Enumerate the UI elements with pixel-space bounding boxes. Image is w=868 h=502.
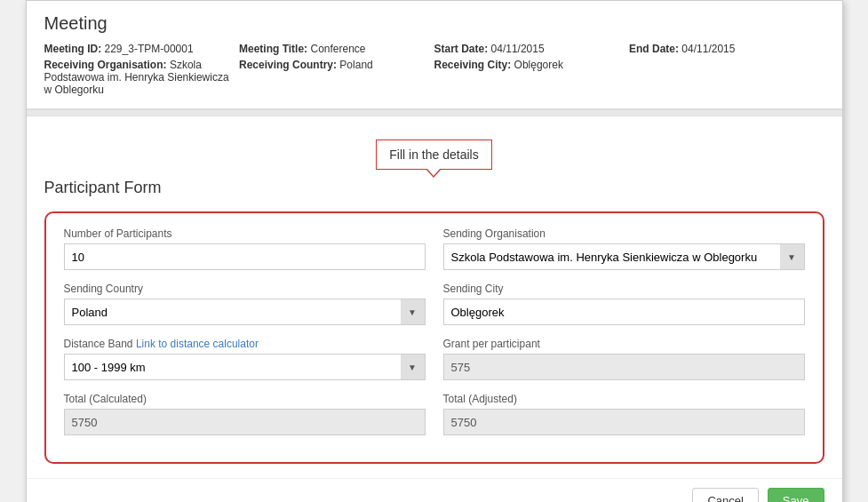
meeting-info-col-2: Meeting Title: Conference Receiving Coun…	[239, 43, 434, 100]
meeting-title-value: Conference	[310, 43, 365, 55]
modal-footer: Cancel Save	[27, 478, 842, 502]
grant-per-participant-label: Grant per participant	[443, 338, 805, 350]
sending-country-select-wrapper: Poland ▼	[64, 299, 426, 325]
grant-per-participant-group: Grant per participant	[443, 338, 805, 380]
distance-band-select[interactable]: 100 - 1999 km	[64, 354, 426, 380]
sending-city-input[interactable]	[443, 299, 805, 325]
grant-per-participant-input[interactable]	[443, 354, 805, 380]
total-calculated-group: Total (Calculated)	[64, 393, 426, 435]
sending-city-label: Sending City	[443, 283, 805, 295]
form-row-1: Number of Participants Sending Organisat…	[64, 227, 805, 270]
meeting-id-value: 229_3-TPM-00001	[105, 43, 194, 55]
meeting-id: Meeting ID: 229_3-TPM-00001	[44, 43, 240, 55]
sending-country-group: Sending Country Poland ▼	[64, 283, 426, 325]
form-row-2: Sending Country Poland ▼ Sending City	[64, 283, 805, 325]
sending-country-select[interactable]: Poland	[64, 299, 426, 325]
receiving-city-label: Receiving City:	[434, 59, 512, 71]
sending-org-label: Sending Organisation	[443, 227, 805, 240]
tooltip-text: Fill in the details	[389, 147, 478, 162]
meeting-title-label: Meeting Title:	[239, 43, 307, 55]
total-calculated-input[interactable]	[64, 409, 426, 435]
num-participants-input[interactable]	[64, 243, 426, 270]
sending-org-group: Sending Organisation Szkola Podstawowa i…	[443, 227, 805, 270]
sending-org-select-wrapper: Szkola Podstawowa im. Henryka Sienkiewic…	[443, 243, 805, 270]
meeting-id-label: Meeting ID:	[44, 43, 102, 55]
receiving-org-label: Receiving Organisation:	[44, 59, 167, 71]
modal-container: Meeting Meeting ID: 229_3-TPM-00001 Rece…	[26, 0, 843, 502]
tooltip-area: Fill in the details	[27, 116, 842, 170]
sending-city-group: Sending City	[443, 283, 805, 325]
receiving-country-label: Receiving Country:	[239, 59, 337, 71]
separator	[27, 109, 842, 116]
form-row-3: Distance Band Link to distance calculato…	[64, 338, 805, 380]
end-date-value: 04/11/2015	[681, 43, 735, 55]
distance-band-select-wrapper: 100 - 1999 km ▼	[64, 354, 426, 380]
modal-body: Participant Form Number of Participants …	[27, 170, 842, 478]
start-date: Start Date: 04/11/2015	[434, 43, 630, 55]
start-date-value: 04/11/2015	[491, 43, 545, 55]
distance-band-label-text: Distance Band	[64, 338, 133, 350]
sending-country-label: Sending Country	[64, 283, 426, 295]
save-button[interactable]: Save	[768, 488, 824, 502]
num-participants-group: Number of Participants	[64, 227, 426, 270]
receiving-country-value: Poland	[339, 59, 372, 71]
meeting-info-col-1: Meeting ID: 229_3-TPM-00001 Receiving Or…	[44, 43, 240, 100]
form-row-4: Total (Calculated) Total (Adjusted)	[64, 393, 805, 435]
meeting-info-col-4: End Date: 04/11/2015	[629, 43, 824, 100]
total-adjusted-input[interactable]	[443, 409, 805, 435]
total-adjusted-group: Total (Adjusted)	[443, 393, 805, 435]
num-participants-label: Number of Participants	[64, 227, 426, 240]
receiving-country: Receiving Country: Poland	[239, 59, 434, 71]
receiving-city: Receiving City: Oblęgorek	[434, 59, 630, 71]
cancel-button[interactable]: Cancel	[692, 488, 758, 502]
meeting-info: Meeting ID: 229_3-TPM-00001 Receiving Or…	[44, 43, 824, 100]
distance-band-group: Distance Band Link to distance calculato…	[64, 338, 426, 380]
total-adjusted-label: Total (Adjusted)	[443, 393, 805, 405]
receiving-city-value: Oblęgorek	[514, 59, 563, 71]
distance-band-label: Distance Band Link to distance calculato…	[64, 338, 426, 350]
start-date-label: Start Date:	[434, 43, 489, 55]
total-calculated-label: Total (Calculated)	[64, 393, 426, 405]
end-date: End Date: 04/11/2015	[629, 43, 824, 55]
modal-header: Meeting Meeting ID: 229_3-TPM-00001 Rece…	[27, 1, 842, 109]
meeting-info-col-3: Start Date: 04/11/2015 Receiving City: O…	[434, 43, 630, 100]
meeting-title: Meeting Title: Conference	[239, 43, 434, 55]
end-date-label: End Date:	[629, 43, 679, 55]
receiving-org: Receiving Organisation: Szkola Podstawow…	[44, 59, 240, 96]
distance-calculator-link[interactable]: Link to distance calculator	[136, 338, 259, 350]
tooltip-bubble: Fill in the details	[376, 139, 491, 170]
page-title: Meeting	[44, 13, 824, 34]
form-container: Number of Participants Sending Organisat…	[44, 211, 824, 464]
sending-org-select[interactable]: Szkola Podstawowa im. Henryka Sienkiewic…	[443, 243, 805, 270]
